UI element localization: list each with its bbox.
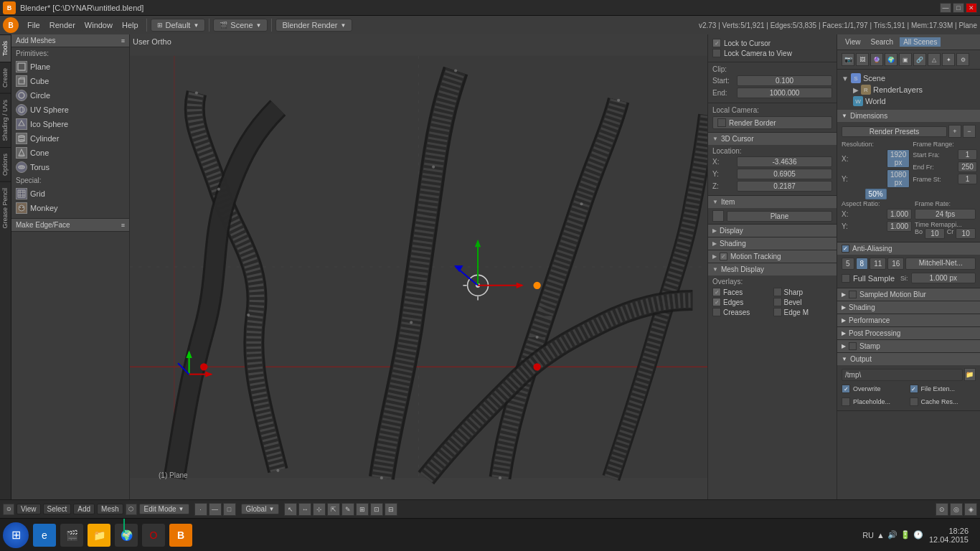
tab-tools[interactable]: Tools (0, 34, 11, 62)
sharp-checkbox[interactable] (773, 288, 782, 296)
tab-search[interactable]: Search (867, 37, 897, 47)
cursor-z-value[interactable]: 0.2187 (737, 181, 832, 192)
faces-checkbox[interactable]: ✓ (712, 288, 721, 296)
minimize-button[interactable]: — (940, 3, 951, 13)
render-presets-remove[interactable]: − (963, 125, 976, 138)
close-button[interactable]: ✕ (966, 3, 977, 13)
cursor-y-value[interactable]: 0.6905 (737, 169, 832, 179)
edges-checkbox[interactable]: ✓ (712, 298, 721, 306)
full-sample-checkbox[interactable] (842, 274, 850, 283)
clip-end-value[interactable]: 1000.000 (737, 88, 832, 98)
tool-icon-3[interactable]: ⊹ (313, 503, 326, 516)
overwrite-checkbox[interactable]: ✓ (842, 385, 850, 393)
edit-mode-selector[interactable]: Edit Mode ▼ (139, 504, 189, 514)
file-ext-checkbox[interactable]: ✓ (910, 385, 918, 393)
motion-tracking-checkbox[interactable]: ✓ (720, 253, 727, 260)
output-path-value[interactable]: /tmp\ (842, 369, 963, 381)
render-engine-selector[interactable]: Blender Render ▼ (275, 19, 352, 32)
motion-tracking-header[interactable]: ▶ ✓ Motion Tracking (708, 250, 837, 263)
constraints-icon-btn[interactable]: 🔗 (913, 53, 926, 66)
res-y-value[interactable]: 1080 px (887, 169, 910, 188)
performance-header[interactable]: ▶ Performance (837, 314, 980, 326)
render-border-checkbox[interactable] (717, 118, 726, 127)
maximize-button[interactable]: □ (953, 3, 964, 13)
taskbar-ie[interactable]: e (33, 524, 56, 547)
select-btn[interactable]: Select (43, 504, 72, 514)
tab-grease-pencil[interactable]: Grease Pencil (0, 182, 11, 235)
mesh-torus[interactable]: Torus (11, 160, 129, 174)
edge-m-checkbox[interactable] (773, 308, 782, 316)
mesh-grid[interactable]: Grid (11, 187, 129, 201)
tool-icon-8[interactable]: ⊟ (385, 503, 397, 516)
mesh-cone[interactable]: Cone (11, 146, 129, 160)
taskbar-chrome[interactable]: 🌍 (115, 524, 138, 547)
snap-btn[interactable]: ⊙ (936, 503, 948, 516)
vert-select-btn[interactable]: · (194, 503, 207, 516)
tool-icon-4[interactable]: ⇱ (327, 503, 340, 516)
placeholder-checkbox[interactable] (842, 397, 850, 406)
viewport-scene[interactable] (130, 34, 707, 499)
display-header[interactable]: ▶ Display (708, 225, 837, 237)
output-browse-btn[interactable]: 📁 (964, 368, 976, 381)
aa-header[interactable]: ✓ Anti-Aliasing (837, 242, 980, 255)
aa-16-btn[interactable]: 16 (887, 258, 904, 270)
render-presets-add[interactable]: + (948, 125, 961, 138)
proportional-btn[interactable]: ◎ (950, 503, 963, 516)
bevel-checkbox[interactable] (773, 298, 782, 306)
mesh-monkey[interactable]: Monkey (11, 201, 129, 215)
tool-icon-6[interactable]: ⊞ (356, 503, 369, 516)
tab-create[interactable]: Create (0, 62, 11, 93)
particles-icon-btn[interactable]: ✦ (942, 53, 955, 66)
render-border-btn[interactable]: Render Border (712, 116, 832, 129)
mesh-icosphere[interactable]: Ico Sphere (11, 117, 129, 131)
camera-icon-btn[interactable]: 📷 (842, 53, 854, 66)
data-icon-btn[interactable]: △ (928, 53, 941, 66)
clip-start-value[interactable]: 0.100 (737, 75, 832, 86)
world-item[interactable]: W World (842, 95, 976, 107)
menu-help[interactable]: Help (118, 19, 143, 31)
stamp-checkbox[interactable] (849, 342, 857, 350)
end-fr-value[interactable]: 250 (958, 161, 977, 172)
edge-select-btn[interactable]: — (209, 503, 222, 516)
tab-view[interactable]: View (842, 37, 864, 47)
aa-checkbox[interactable]: ✓ (842, 245, 849, 253)
stamp-header[interactable]: ▶ Stamp (837, 340, 980, 352)
aspect-y-value[interactable]: 1.000 (887, 221, 912, 232)
render-layers-item[interactable]: ▶ R RenderLayers (842, 84, 976, 95)
smb-checkbox[interactable] (849, 291, 857, 298)
tab-shading-uvs[interactable]: Shading / UVs (0, 93, 11, 147)
aa-8-btn[interactable]: 8 (856, 258, 869, 270)
mesh-uvsphere[interactable]: UV Sphere (11, 103, 129, 117)
start-button[interactable]: ⊞ (3, 522, 29, 548)
item-header[interactable]: ▼ Item (708, 196, 837, 208)
item-name-value[interactable]: Plane (727, 211, 832, 222)
res-x-value[interactable]: 1920 px (887, 149, 910, 168)
aspect-x-value[interactable]: 1.000 (887, 209, 912, 220)
make-edge-face-header[interactable]: Make Edge/Face ≡ (11, 219, 129, 232)
shading-rp-header[interactable]: ▶ Shading (837, 301, 980, 314)
si-value[interactable]: 1.000 px (911, 273, 976, 283)
mesh-display-header[interactable]: ▼ Mesh Display (708, 263, 837, 276)
face-select-btn[interactable]: □ (223, 503, 236, 516)
mesh-cylinder[interactable]: Cylinder (11, 131, 129, 146)
render-icon-btn[interactable]: 🖼 (856, 53, 869, 66)
aa-5-btn[interactable]: 5 (842, 258, 854, 270)
world-icon-btn[interactable]: 🌍 (885, 53, 897, 66)
frame-rate-value[interactable]: 24 fps (915, 209, 976, 220)
scene-root[interactable]: ▼ S Scene (842, 72, 976, 84)
material-icon-btn[interactable]: 🔮 (870, 53, 883, 66)
lock-camera-checkbox[interactable] (712, 49, 721, 57)
mesh-plane[interactable]: Plane (11, 60, 129, 74)
lock-to-cursor-checkbox[interactable]: ✓ (712, 39, 721, 47)
add-btn[interactable]: Add (73, 504, 95, 514)
tool-icon-1[interactable]: ↖ (284, 503, 297, 516)
sampled-motion-blur-header[interactable]: ▶ Sampled Motion Blur (837, 288, 980, 301)
cache-res-checkbox[interactable] (910, 397, 918, 406)
creases-checkbox[interactable] (712, 308, 721, 316)
taskbar-blender[interactable]: B (169, 524, 192, 547)
object-icon-btn[interactable]: ▣ (899, 53, 912, 66)
post-processing-header[interactable]: ▶ Post Processing (837, 327, 980, 339)
percent-btn[interactable]: 50% (865, 189, 887, 199)
dimensions-header[interactable]: ▼ Dimensions (837, 110, 980, 122)
menu-window[interactable]: Window (80, 19, 117, 31)
